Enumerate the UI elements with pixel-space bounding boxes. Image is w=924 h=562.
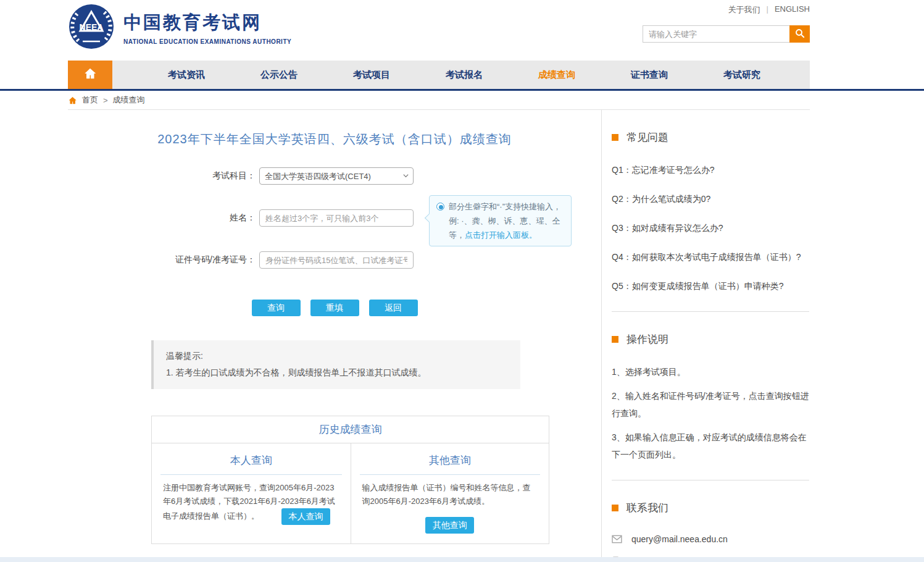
subject-row: 考试科目： 全国大学英语四级考试(CET4)	[151, 167, 601, 185]
tooltip-text-wrap: 部分生僻字和“·”支持快捷输入，例: ·、龚、栁、诉、恵、瑆、仝等，点击打开输入…	[449, 199, 564, 242]
navbar: 考试资讯 公示公告 考试项目 考试报名 成绩查询 证书查询 考试研究	[68, 61, 810, 89]
header-right: 关于我们 | ENGLISH	[643, 3, 810, 43]
sidebar-divider	[612, 480, 809, 480]
email-icon	[612, 535, 622, 543]
search-bar	[643, 25, 810, 43]
instruction-step-1: 1、选择考试项目。	[612, 363, 809, 380]
breadcrumb: 首页 > 成绩查询	[68, 91, 810, 110]
breadcrumb-home[interactable]: 首页	[82, 94, 98, 106]
self-query-button[interactable]: 本人查询	[281, 508, 330, 525]
id-row: 证件号码/准考证号：	[151, 251, 601, 269]
search-input[interactable]	[643, 25, 789, 43]
nav-item-exam-research[interactable]: 考试研究	[696, 61, 788, 89]
faq-item-q3[interactable]: Q3：如对成绩有异议怎么办?	[612, 219, 809, 237]
footer-strip	[0, 557, 924, 562]
history-panel: 历史成绩查询 本人查询 注册中国教育考试网账号，查询2005年6月-2023年6…	[151, 416, 549, 544]
other-query-title: 其他查询	[351, 453, 549, 468]
tooltip-arrow	[425, 214, 433, 222]
name-label: 姓名：	[151, 212, 259, 224]
top-links: 关于我们 | ENGLISH	[728, 4, 810, 15]
open-input-panel-link[interactable]: 点击打开输入面板。	[465, 230, 537, 240]
contact-email: query@mail.neea.edu.cn	[631, 534, 728, 544]
nav-item-certificate-query[interactable]: 证书查询	[603, 61, 696, 89]
subject-label: 考试科目：	[151, 170, 259, 182]
main-content: 2023年下半年全国大学英语四、六级考试（含口试）成绩查询 考试科目： 全国大学…	[68, 110, 602, 562]
reset-button[interactable]: 重填	[310, 300, 359, 316]
other-query-desc: 输入成绩报告单（证书）编号和姓名等信息，查询2005年6月-2023年6月考试成…	[362, 483, 531, 506]
contact-title-text: 联系我们	[626, 501, 668, 515]
breadcrumb-separator: >	[103, 96, 108, 105]
score-query-form: 考试科目： 全国大学英语四级考试(CET4) 姓名：	[151, 167, 601, 269]
faq-section-title: 常见问题	[612, 130, 810, 145]
instruction-step-2: 2、输入姓名和证件号码/准考证号，点击查询按钮进行查询。	[612, 387, 809, 422]
sidebar-divider	[612, 311, 809, 312]
english-link[interactable]: ENGLISH	[775, 4, 810, 15]
nav-item-exam-news[interactable]: 考试资讯	[140, 61, 233, 89]
faq-item-q5[interactable]: Q5：如何变更成绩报告单（证书）申请种类?	[612, 277, 809, 295]
orange-square-bullet-icon	[612, 336, 618, 343]
self-query-column: 本人查询 注册中国教育考试网账号，查询2005年6月-2023年6月考试成绩，下…	[152, 443, 351, 543]
search-button[interactable]	[789, 25, 810, 43]
nav-item-announcements[interactable]: 公示公告	[233, 61, 325, 89]
about-us-link[interactable]: 关于我们	[728, 4, 760, 15]
subject-select-wrap: 全国大学英语四级考试(CET4)	[259, 167, 414, 185]
instructions-section-title: 操作说明	[612, 332, 810, 346]
other-query-button-row: 其他查询	[351, 517, 549, 534]
instructions-title-text: 操作说明	[626, 332, 668, 346]
nav-item-exam-programs[interactable]: 考试项目	[325, 61, 418, 89]
other-query-desc-wrap: 输入成绩报告单（证书）编号和姓名等信息，查询2005年6月-2023年6月考试成…	[362, 481, 538, 508]
orange-square-bullet-icon	[612, 134, 618, 141]
notice-line: 1. 若考生的口试成绩为不合格，则成绩报告单上不报道其口试成绩。	[166, 367, 508, 379]
search-icon	[794, 28, 805, 41]
other-query-button[interactable]: 其他查询	[425, 517, 474, 534]
nav-item-exam-registration[interactable]: 考试报名	[418, 61, 510, 89]
contact-email-row: query@mail.neea.edu.cn	[612, 532, 810, 547]
self-query-underline	[160, 474, 342, 475]
breadcrumb-home-icon	[68, 96, 77, 105]
id-input[interactable]	[259, 251, 414, 269]
faq-item-q1[interactable]: Q1：忘记准考证号怎么办?	[612, 161, 809, 178]
orange-square-bullet-icon	[612, 505, 618, 511]
site-title: 中国教育考试网	[123, 10, 291, 35]
subject-select[interactable]: 全国大学英语四级考试(CET4)	[259, 167, 414, 185]
faq-item-q4[interactable]: Q4：如何获取本次考试电子成绩报告单（证书）?	[612, 248, 809, 266]
breadcrumb-current: 成绩查询	[113, 94, 145, 106]
main: 2023年下半年全国大学英语四、六级考试（含口试）成绩查询 考试科目： 全国大学…	[68, 110, 810, 562]
form-buttons: 查询 重填 返回	[68, 300, 601, 316]
self-query-title: 本人查询	[152, 453, 351, 468]
navbar-wrap: 考试资讯 公示公告 考试项目 考试报名 成绩查询 证书查询 考试研究	[0, 61, 924, 91]
site-logo[interactable]: NEEA 中国教育考试网 NATIONAL EDUCATION EXAMINAT…	[68, 3, 291, 52]
link-separator: |	[767, 4, 768, 15]
other-query-underline	[360, 474, 541, 475]
home-icon	[83, 67, 97, 83]
back-button[interactable]: 返回	[369, 300, 418, 316]
history-title: 历史成绩查询	[152, 416, 549, 443]
sidebar: 常见问题 Q1：忘记准考证号怎么办? Q2：为什么笔试成绩为0? Q3：如对成绩…	[602, 110, 810, 562]
instruction-step-3: 3、如果输入信息正确，对应考试的成绩信息将会在下一个页面列出。	[612, 429, 809, 463]
faq-title-text: 常见问题	[626, 130, 668, 145]
other-query-column: 其他查询 输入成绩报告单（证书）编号和姓名等信息，查询2005年6月-2023年…	[351, 443, 549, 543]
notice-title: 温馨提示:	[166, 351, 508, 362]
faq-item-q2[interactable]: Q2：为什么笔试成绩为0?	[612, 190, 809, 208]
logo-text: 中国教育考试网 NATIONAL EDUCATION EXAMINATIONS …	[123, 10, 291, 45]
nav-items: 考试资讯 公示公告 考试项目 考试报名 成绩查询 证书查询 考试研究	[140, 61, 788, 89]
notice-box: 温馨提示: 1. 若考生的口试成绩为不合格，则成绩报告单上不报道其口试成绩。	[151, 340, 520, 389]
name-input[interactable]	[259, 209, 414, 227]
page: NEEA 中国教育考试网 NATIONAL EDUCATION EXAMINAT…	[0, 0, 924, 562]
svg-text:NEEA: NEEA	[80, 22, 104, 32]
contact-section-title: 联系我们	[612, 501, 810, 515]
name-row: 姓名： 部分生僻字和“·”支持快捷输入，例: ·、龚、栁、诉、恵、瑆、仝等，点击…	[151, 209, 601, 227]
site-subtitle: NATIONAL EDUCATION EXAMINATIONS AUTHORIT…	[123, 38, 291, 45]
nav-item-score-query[interactable]: 成绩查询	[510, 61, 603, 89]
radio-icon	[436, 203, 444, 211]
home-button[interactable]	[68, 61, 112, 89]
id-label: 证件号码/准考证号：	[151, 254, 259, 266]
neea-emblem-icon: NEEA	[68, 3, 115, 52]
name-hint-tooltip: 部分生僻字和“·”支持快捷输入，例: ·、龚、栁、诉、恵、瑆、仝等，点击打开输入…	[429, 195, 572, 246]
header: NEEA 中国教育考试网 NATIONAL EDUCATION EXAMINAT…	[68, 0, 810, 61]
self-query-desc-wrap: 注册中国教育考试网账号，查询2005年6月-2023年6月考试成绩，下载2021…	[163, 481, 339, 525]
history-columns: 本人查询 注册中国教育考试网账号，查询2005年6月-2023年6月考试成绩，下…	[152, 443, 549, 543]
query-button[interactable]: 查询	[252, 300, 301, 316]
page-title: 2023年下半年全国大学英语四、六级考试（含口试）成绩查询	[68, 131, 601, 148]
